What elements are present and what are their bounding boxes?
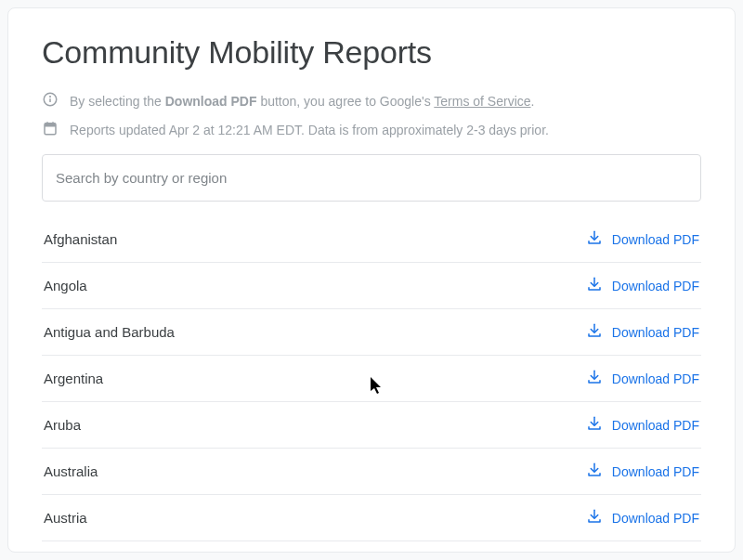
download-pdf-link[interactable]: Download PDF [586, 229, 699, 249]
country-row: AustraliaDownload PDF [42, 449, 701, 495]
download-pdf-link[interactable]: Download PDF [586, 276, 699, 295]
download-pdf-link[interactable]: Download PDF [586, 369, 699, 388]
download-icon [586, 322, 603, 342]
country-name: Argentina [44, 371, 103, 386]
svg-point-2 [50, 97, 51, 98]
country-row: AfghanistanDownload PDF [42, 216, 701, 263]
country-name: Angola [44, 278, 87, 293]
country-row: ArubaDownload PDF [42, 402, 701, 449]
svg-rect-4 [45, 124, 56, 127]
country-row: AustriaDownload PDF [42, 495, 701, 541]
calendar-icon [42, 120, 59, 139]
download-icon [586, 508, 603, 527]
download-icon [586, 415, 603, 435]
download-label: Download PDF [612, 371, 699, 386]
country-name: Aruba [44, 417, 81, 433]
download-label: Download PDF [612, 232, 699, 247]
country-name: Austria [44, 510, 87, 526]
country-list: AfghanistanDownload PDFAngolaDownload PD… [42, 216, 701, 541]
tos-text: By selecting the Download PDF button, yo… [70, 94, 534, 109]
updated-text: Reports updated Apr 2 at 12:21 AM EDT. D… [70, 123, 549, 137]
download-label: Download PDF [612, 464, 699, 479]
download-pdf-link[interactable]: Download PDF [586, 462, 699, 481]
country-row: Antigua and BarbudaDownload PDF [42, 309, 701, 356]
download-label: Download PDF [612, 279, 699, 293]
country-name: Antigua and Barbuda [44, 324, 175, 340]
tos-info-line: By selecting the Download PDF button, yo… [42, 91, 701, 111]
search-container [42, 154, 701, 202]
download-icon [586, 276, 603, 295]
page-title: Community Mobility Reports [42, 34, 701, 71]
country-row: AngolaDownload PDF [42, 263, 701, 309]
download-icon [586, 369, 603, 388]
tos-suffix: . [531, 94, 535, 109]
download-icon [586, 462, 603, 481]
search-input[interactable] [42, 154, 701, 202]
tos-middle: button, you agree to Google's [257, 94, 435, 109]
download-pdf-link[interactable]: Download PDF [586, 508, 699, 527]
country-name: Australia [44, 463, 98, 479]
download-pdf-link[interactable]: Download PDF [586, 415, 699, 435]
info-icon [42, 91, 59, 111]
country-name: Afghanistan [44, 231, 117, 247]
tos-bold: Download PDF [165, 94, 257, 109]
tos-prefix: By selecting the [70, 94, 165, 109]
download-label: Download PDF [612, 325, 699, 340]
updated-info-line: Reports updated Apr 2 at 12:21 AM EDT. D… [42, 120, 701, 139]
report-card: Community Mobility Reports By selecting … [7, 7, 736, 553]
download-label: Download PDF [612, 418, 699, 433]
country-row: ArgentinaDownload PDF [42, 356, 701, 402]
download-label: Download PDF [612, 511, 699, 526]
terms-of-service-link[interactable]: Terms of Service [434, 94, 530, 109]
download-icon [586, 229, 603, 249]
download-pdf-link[interactable]: Download PDF [586, 322, 699, 342]
